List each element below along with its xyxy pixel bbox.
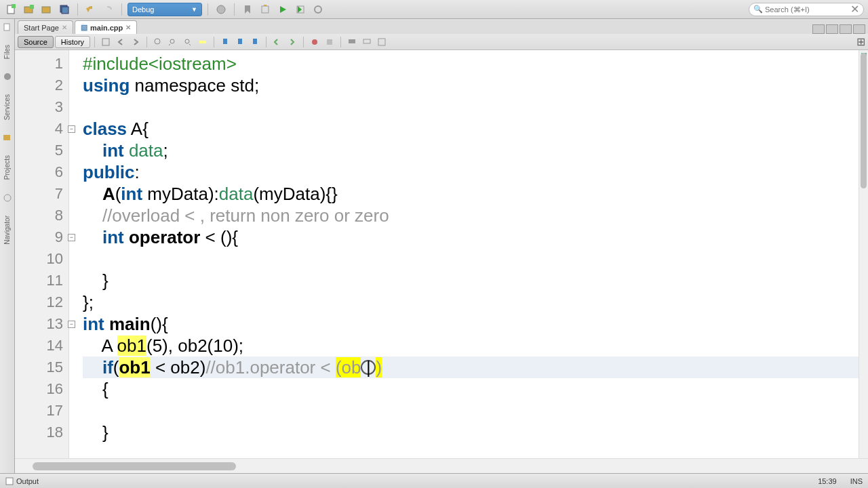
text-cursor-icon: | (361, 360, 376, 375)
tab-start-page[interactable]: Start Page ✕ (18, 20, 73, 34)
vertical-scrollbar[interactable] (859, 50, 868, 458)
line-number: 8 (15, 205, 68, 226)
sep (94, 37, 95, 47)
save-all-icon[interactable] (57, 2, 72, 17)
tab-close-icon[interactable]: ✕ (62, 24, 67, 31)
next-bookmark-icon[interactable] (233, 36, 247, 48)
output-panel-button[interactable]: Output (5, 477, 39, 485)
scroll-thumb[interactable] (861, 53, 867, 188)
svg-rect-19 (199, 41, 206, 43)
svg-rect-4 (42, 7, 50, 13)
search-input[interactable] (765, 5, 850, 14)
new-file-icon[interactable] (4, 2, 19, 17)
services-tab[interactable]: Services (3, 90, 11, 124)
history-view-button[interactable]: History (55, 36, 90, 48)
find-selection-icon[interactable] (151, 36, 165, 48)
last-edit-icon[interactable] (99, 36, 113, 48)
clean-build-icon[interactable] (258, 2, 273, 17)
shift-right-icon[interactable] (285, 36, 299, 48)
new-project-icon[interactable] (22, 2, 37, 17)
output-icon (5, 477, 14, 485)
sep (303, 37, 304, 47)
run-icon[interactable] (275, 2, 290, 17)
tab-label: main.cpp (90, 24, 123, 32)
undo-icon[interactable] (83, 2, 98, 17)
macro-stop-icon[interactable] (323, 36, 336, 48)
debug-icon[interactable] (293, 2, 308, 17)
cursor-position: 15:39 (818, 477, 837, 485)
svg-rect-27 (378, 39, 385, 45)
file-icon: ▧ (81, 23, 87, 32)
prev-bookmark-icon[interactable] (218, 36, 232, 48)
line-number: 1 (15, 53, 68, 75)
toolbar-separator (234, 3, 235, 16)
scroll-tabs-right[interactable] (826, 24, 838, 34)
editor-toolbar: Source History ⊞ (15, 34, 868, 50)
navigator-tab[interactable]: Navigator (3, 211, 11, 249)
goto-header-icon[interactable] (375, 36, 389, 48)
back-icon[interactable] (114, 36, 127, 48)
open-icon[interactable] (39, 2, 54, 17)
build-icon[interactable] (240, 2, 255, 17)
projects-tab[interactable]: Projects (3, 151, 11, 184)
left-sidebar-strip: Files Services Projects Navigator (0, 19, 15, 473)
close-editor[interactable] (853, 24, 865, 34)
files-tab[interactable]: Files (3, 41, 11, 63)
svg-point-16 (155, 39, 160, 44)
navigator-tab-icon[interactable] (2, 192, 13, 203)
line-gutter[interactable]: 1 2 3 4− 5 6 7 8 9− 10 11 12 13− 14 15 1… (15, 50, 69, 458)
sep (146, 37, 147, 47)
sep (340, 37, 341, 47)
macro-record-icon[interactable] (308, 36, 321, 48)
profile-icon[interactable] (311, 2, 326, 17)
forward-icon[interactable] (129, 36, 142, 48)
editor-tabs: Start Page ✕ ▧ main.cpp ✕ (15, 19, 868, 34)
find-next-icon[interactable] (181, 36, 195, 48)
tab-close-icon[interactable]: ✕ (125, 24, 131, 31)
toolbar-separator (208, 3, 208, 16)
svg-point-23 (312, 39, 317, 45)
tab-main-cpp[interactable]: ▧ main.cpp ✕ (75, 20, 137, 34)
search-clear-icon[interactable]: ✕ (850, 3, 859, 16)
build-config-select[interactable]: Debug ▼ (127, 3, 202, 16)
code-editor[interactable]: #include<iostream> using namespace std; … (69, 50, 868, 458)
svg-rect-20 (223, 39, 227, 44)
tab-label: Start Page (24, 24, 59, 32)
scroll-tabs-left[interactable] (812, 24, 825, 34)
toggle-highlight-icon[interactable] (196, 36, 210, 48)
line-number: 3 (15, 96, 68, 118)
svg-rect-15 (102, 39, 109, 45)
shift-left-icon[interactable] (271, 36, 284, 48)
search-box[interactable]: 🔍 ✕ (749, 3, 864, 16)
source-view-button[interactable]: Source (18, 36, 54, 48)
comment-icon[interactable] (345, 36, 359, 48)
find-prev-icon[interactable] (166, 36, 180, 48)
toolbar-separator (121, 3, 122, 16)
redo-icon[interactable] (101, 2, 116, 17)
toggle-bookmark-icon[interactable] (248, 36, 262, 48)
svg-rect-13 (3, 135, 10, 140)
files-tab-icon[interactable] (2, 22, 13, 33)
more-icon[interactable]: ⊞ (856, 37, 865, 47)
scroll-thumb[interactable] (33, 462, 236, 470)
line-number: 15 (15, 357, 68, 378)
line-number: 13− (15, 313, 68, 335)
services-tab-icon[interactable] (2, 71, 13, 82)
line-number: 12 (15, 291, 68, 313)
svg-rect-8 (262, 6, 269, 13)
line-number: 18 (15, 422, 68, 443)
svg-point-17 (170, 39, 174, 43)
search-icon: 🔍 (753, 5, 763, 14)
svg-point-14 (4, 195, 11, 201)
status-bar: Output 15:39 INS (0, 473, 868, 488)
horizontal-scrollbar[interactable] (15, 458, 868, 473)
editor-area: 1 2 3 4− 5 6 7 8 9− 10 11 12 13− 14 15 1… (15, 50, 868, 458)
line-number: 5 (15, 140, 68, 161)
uncomment-icon[interactable] (360, 36, 374, 48)
svg-rect-26 (363, 39, 370, 43)
svg-rect-3 (30, 5, 34, 9)
maximize-editor[interactable] (840, 24, 852, 34)
line-number: 11 (15, 270, 68, 291)
globe-icon[interactable] (214, 2, 229, 17)
projects-tab-icon[interactable] (2, 132, 13, 143)
